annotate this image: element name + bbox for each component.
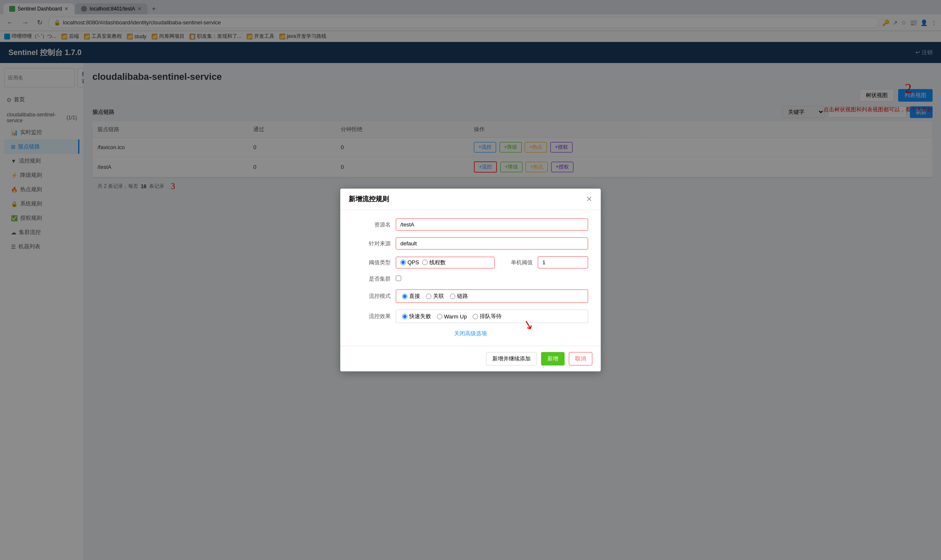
radio-warmup[interactable]: Warm Up: [437, 313, 467, 320]
radio-fast-fail-label: 快速失败: [409, 313, 431, 320]
modal-header: 新增流控规则 ✕: [340, 189, 601, 210]
resource-input[interactable]: [396, 218, 588, 231]
flow-rule-modal: 新增流控规则 ✕ 资源名 针对来源 阈值类型: [340, 189, 601, 371]
flow-effect-control: 快速失败 Warm Up 排队等待: [396, 310, 588, 323]
cluster-label: 是否集群: [353, 275, 391, 283]
threshold-type-row: 阈值类型 QPS 线程数 单机阈值: [353, 256, 588, 268]
resource-input-wrapper: [396, 218, 588, 231]
radio-warmup-label: Warm Up: [444, 313, 467, 320]
radio-qps-input[interactable]: [400, 260, 406, 265]
radio-associate-label: 关联: [433, 292, 444, 300]
source-input-wrapper: [396, 237, 588, 250]
add-continue-button[interactable]: 新增并继续添加: [486, 352, 537, 365]
radio-queue-input[interactable]: [473, 314, 478, 319]
close-advanced-link[interactable]: 关闭高级选项: [452, 329, 489, 338]
cancel-button[interactable]: 取消: [569, 352, 592, 365]
modal-title: 新增流控规则: [349, 195, 389, 204]
cluster-row: 是否集群: [353, 275, 588, 283]
modal-overlay: 新增流控规则 ✕ 资源名 针对来源 阈值类型: [0, 0, 941, 560]
add-button[interactable]: 新增: [541, 352, 565, 365]
radio-direct-input[interactable]: [402, 294, 407, 299]
source-input[interactable]: [396, 237, 588, 250]
modal-body: 资源名 针对来源 阈值类型 QPS: [340, 210, 601, 346]
single-threshold-input[interactable]: [538, 256, 588, 268]
radio-qps-label: QPS: [407, 259, 419, 266]
radio-warmup-input[interactable]: [437, 314, 442, 319]
radio-associate[interactable]: 关联: [426, 292, 444, 300]
threshold-type-control: QPS 线程数: [396, 257, 495, 268]
radio-thread-input[interactable]: [422, 260, 428, 265]
modal-close-button[interactable]: ✕: [586, 195, 592, 204]
flow-effect-row: 流控效果 快速失败 Warm Up 排队等待: [353, 310, 588, 323]
resource-row: 资源名: [353, 218, 588, 231]
cluster-checkbox[interactable]: [396, 276, 401, 281]
radio-thread[interactable]: 线程数: [422, 259, 446, 266]
modal-footer: 新增并继续添加 新增 取消: [340, 346, 601, 371]
flow-effect-label: 流控效果: [353, 313, 391, 320]
source-row: 针对来源: [353, 237, 588, 250]
radio-chain-label: 链路: [457, 292, 468, 300]
single-threshold-label: 单机阈值: [495, 259, 533, 266]
threshold-type-radio-group: QPS 线程数: [396, 257, 495, 268]
source-label: 针对来源: [353, 240, 391, 247]
radio-qps[interactable]: QPS: [400, 259, 419, 266]
radio-queue-label: 排队等待: [480, 313, 502, 320]
flow-effect-radio-group: 快速失败 Warm Up 排队等待: [396, 310, 588, 323]
flow-mode-radio-group: 直接 关联 链路: [396, 289, 588, 303]
flow-mode-row: 流控模式 直接 关联 链路: [353, 289, 588, 303]
resource-label: 资源名: [353, 221, 391, 229]
flow-mode-label: 流控模式: [353, 292, 391, 300]
cluster-checkbox-area: [396, 276, 588, 282]
radio-thread-label: 线程数: [429, 259, 446, 266]
radio-fast-fail[interactable]: 快速失败: [402, 313, 431, 320]
advanced-section: ↘ 关闭高级选项: [353, 330, 588, 337]
threshold-type-label: 阈值类型: [353, 259, 391, 266]
radio-associate-input[interactable]: [426, 294, 431, 299]
radio-fast-fail-input[interactable]: [402, 314, 407, 319]
radio-chain-input[interactable]: [450, 294, 455, 299]
radio-direct-label: 直接: [409, 292, 420, 300]
flow-mode-control: 直接 关联 链路: [396, 289, 588, 303]
radio-queue[interactable]: 排队等待: [473, 313, 502, 320]
radio-direct[interactable]: 直接: [402, 292, 420, 300]
radio-chain[interactable]: 链路: [450, 292, 468, 300]
